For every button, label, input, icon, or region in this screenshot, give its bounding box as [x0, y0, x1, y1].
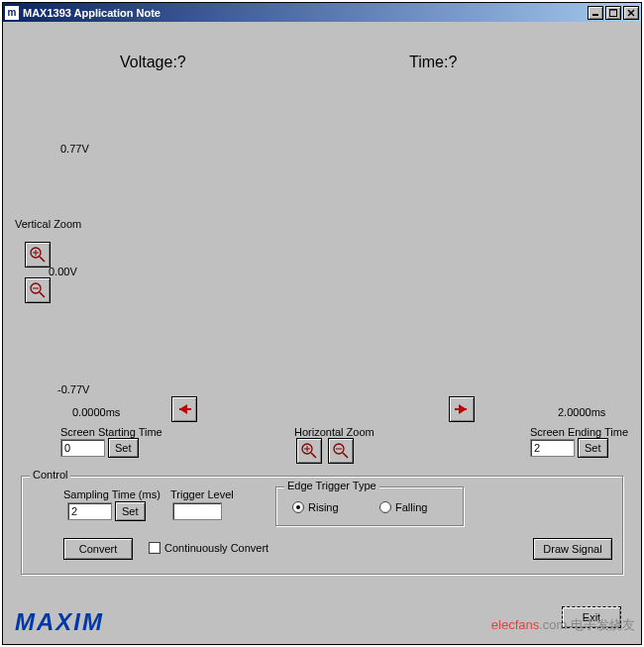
svg-line-8: [40, 257, 45, 262]
set-sampling-button[interactable]: Set: [115, 501, 146, 521]
falling-radio[interactable]: Falling: [379, 501, 427, 513]
radio-icon: [379, 501, 391, 513]
vertical-zoom-label: Vertical Zoom: [15, 218, 81, 230]
watermark: elecfans.com 电子发烧友: [491, 616, 635, 634]
scroll-right-button[interactable]: [449, 396, 475, 422]
control-group: Control Sampling Time (ms) Set Trigger L…: [21, 476, 623, 575]
svg-line-19: [311, 453, 316, 458]
zoom-in-icon: [29, 246, 47, 264]
horizontal-zoom-label: Horizontal Zoom: [294, 426, 375, 438]
edge-trigger-legend: Edge Trigger Type: [284, 480, 379, 491]
close-button[interactable]: [623, 6, 639, 20]
window-title: MAX1393 Application Note: [23, 7, 588, 19]
screen-start-label: Screen Starting Time: [60, 426, 162, 438]
time-readout: Time:?: [409, 54, 457, 71]
zoom-out-icon: [29, 281, 47, 299]
scroll-left-button[interactable]: [171, 396, 197, 422]
rising-label: Rising: [308, 501, 339, 513]
control-legend: Control: [30, 469, 70, 481]
trigger-level-label: Trigger Level: [170, 488, 234, 500]
falling-label: Falling: [395, 501, 427, 513]
continuous-convert-label: Continuously Convert: [164, 542, 268, 554]
screen-end-input[interactable]: [530, 439, 575, 457]
minimize-button[interactable]: [588, 6, 603, 20]
titlebar: m MAX1393 Application Note: [3, 3, 641, 22]
time-start-value: 0.0000ms: [72, 406, 120, 418]
minimize-icon: [591, 9, 599, 17]
watermark-suffix: .com 电子发烧友: [539, 617, 635, 632]
zoom-out-icon: [332, 442, 350, 460]
time-end-value: 2.0000ms: [558, 406, 605, 418]
close-icon: [627, 9, 635, 17]
scale-bot-label: -0.77V: [57, 383, 89, 395]
scale-top-label: 0.77V: [60, 143, 89, 155]
zoom-in-horizontal-button[interactable]: [296, 438, 322, 464]
svg-rect-1: [610, 9, 617, 16]
radio-icon: [292, 501, 304, 513]
set-end-button[interactable]: Set: [578, 438, 608, 458]
svg-line-11: [40, 292, 45, 297]
scale-mid-label: 0.00V: [49, 266, 77, 277]
zoom-in-vertical-button[interactable]: [25, 242, 51, 268]
maximize-icon: [609, 9, 617, 17]
voltage-readout: Voltage:?: [120, 54, 186, 71]
zoom-in-icon: [300, 442, 318, 460]
zoom-out-vertical-button[interactable]: [25, 277, 51, 303]
screen-start-input[interactable]: [60, 439, 105, 457]
svg-line-22: [343, 453, 348, 458]
arrow-left-icon: [175, 400, 193, 418]
continuous-convert-checkbox[interactable]: Continuously Convert: [149, 542, 268, 554]
screen-end-label: Screen Ending Time: [530, 426, 628, 438]
convert-button[interactable]: Convert: [63, 538, 133, 560]
app-icon: m: [5, 6, 19, 20]
sampling-time-input[interactable]: [67, 502, 112, 520]
maximize-button[interactable]: [605, 6, 621, 20]
edge-trigger-group: Edge Trigger Type Rising Falling: [275, 486, 464, 526]
trigger-level-input[interactable]: [172, 502, 222, 520]
client-area: Voltage:? Time:? 0.77V 0.00V -0.77V Vert…: [3, 22, 641, 644]
draw-signal-button[interactable]: Draw Signal: [533, 538, 612, 560]
sampling-time-label: Sampling Time (ms): [63, 488, 161, 500]
checkbox-icon: [149, 542, 161, 554]
zoom-out-horizontal-button[interactable]: [328, 438, 354, 464]
rising-radio[interactable]: Rising: [292, 501, 339, 513]
watermark-red: elecfans: [491, 617, 539, 632]
maxim-logo: MAXIM: [15, 608, 104, 636]
arrow-right-icon: [453, 400, 471, 418]
app-window: m MAX1393 Application Note Voltage:? Tim…: [2, 2, 642, 645]
set-start-button[interactable]: Set: [108, 438, 139, 458]
